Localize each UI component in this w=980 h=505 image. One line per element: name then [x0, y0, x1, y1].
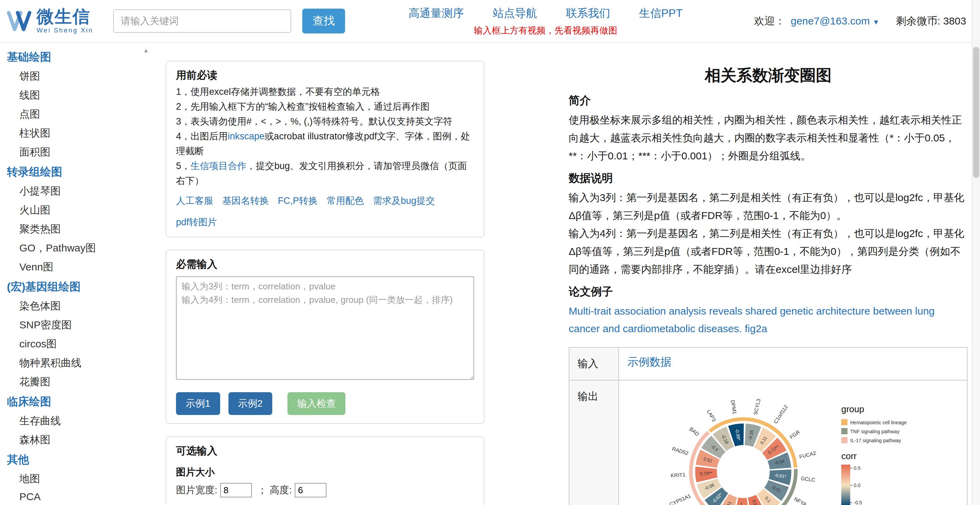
input-panel: 用前必读 1，使用excel存储并调整数据，不要有空的单元格2，先用输入框下方的… — [165, 43, 484, 505]
svg-text:IL-17 signaling pathway: IL-17 signaling pathway — [850, 438, 901, 443]
example1-button[interactable]: 示例1 — [176, 392, 220, 415]
top-nav-link[interactable]: 生信PPT — [639, 6, 682, 21]
sidebar-item[interactable]: SNP密度图 — [6, 316, 143, 335]
paper-heading: 论文例子 — [569, 284, 967, 299]
intro-heading: 简介 — [569, 93, 967, 108]
output-row-label: 输出 — [569, 380, 619, 505]
sidebar-item[interactable]: GO，Pathway图 — [6, 239, 143, 258]
sidebar-item[interactable]: Venn图 — [6, 258, 143, 276]
quick-link[interactable]: FC,P转换 — [278, 195, 318, 207]
search-button[interactable]: 查找 — [302, 9, 345, 33]
top-nav: 高通量测序站点导航联系我们生信PPT 输入框上方有视频，先看视频再做图 — [409, 6, 682, 37]
height-label: 高度: — [270, 484, 292, 497]
scrollbar-thumb[interactable] — [973, 47, 979, 178]
svg-text:TNF signaling pathway: TNF signaling pathway — [850, 429, 899, 434]
credits-value: 3803 — [943, 15, 966, 27]
chevron-down-icon: ▼ — [873, 18, 880, 26]
sidebar-item[interactable]: 小提琴图 — [6, 182, 143, 201]
sidebar-item[interactable]: 线图 — [6, 86, 143, 105]
input-row-label: 输入 — [569, 347, 619, 380]
svg-text:KRIT1: KRIT1 — [670, 472, 685, 478]
sidebar-item[interactable]: 花瓣图 — [6, 373, 143, 392]
sidebar-item[interactable]: 生存曲线 — [6, 411, 143, 430]
svg-text:LAP3: LAP3 — [706, 408, 718, 422]
readme-title: 用前必读 — [176, 68, 474, 83]
readme-inline-link[interactable]: inkscape — [228, 131, 265, 141]
svg-text:FUCA2: FUCA2 — [799, 450, 816, 459]
search-input[interactable] — [113, 9, 291, 33]
main-content: ▲ 基础绘图饼图线图点图柱状图面积图转录组绘图小提琴图火山图聚类热图GO，Pat… — [0, 43, 980, 505]
data-desc-line-2: 输入为4列：第一列是基因名，第二列是相关性（有正有负），也可以是log2fc，甲… — [569, 225, 967, 279]
svg-text:BAD: BAD — [689, 426, 700, 437]
svg-text:corr: corr — [841, 451, 857, 461]
correlation-circle-plot: -0.18-0.89*-0.350.110.72**-0.54-0.61*-0.… — [627, 389, 959, 505]
width-label: 图片宽度: — [176, 484, 217, 497]
optional-input-box: 可选输入 图片大小 图片宽度: ； 高度: colorbar颜色 低颜色:064… — [165, 436, 484, 505]
svg-text:RAD52: RAD52 — [671, 445, 689, 456]
sample-data-link[interactable]: 示例数据 — [627, 356, 671, 368]
example2-button[interactable]: 示例2 — [228, 392, 273, 415]
quick-link[interactable]: 人工客服 — [176, 195, 213, 207]
sidebar-item[interactable]: 地图 — [6, 470, 143, 488]
account-menu[interactable]: gene7@163.com ▼ — [791, 15, 879, 27]
required-input-box: 必需输入 示例1 示例2 输入检查 — [165, 250, 484, 424]
sidebar-section-title: 临床绘图 — [6, 392, 143, 411]
sidebar-scroll-up-icon[interactable]: ▲ — [143, 47, 149, 54]
height-input[interactable] — [295, 483, 326, 497]
sidebar-item[interactable]: 柱状图 — [6, 124, 143, 143]
data-desc-line-1: 输入为3列：第一列是基因名，第二列是相关性（有正有负），也可以是log2fc，甲… — [569, 189, 967, 225]
quick-link[interactable]: 需求及bug提交 — [373, 195, 435, 207]
sidebar-item[interactable]: 面积图 — [6, 143, 143, 162]
sidebar-item[interactable]: circos图 — [6, 335, 143, 354]
svg-text:0.79**: 0.79** — [700, 470, 712, 476]
readme-inline-link[interactable]: 生信项目合作 — [191, 161, 247, 171]
readme-lines: 1，使用excel存储并调整数据，不要有空的单元格2，先用输入框下方的“输入检查… — [176, 84, 474, 188]
optional-input-title: 可选输入 — [176, 444, 474, 458]
header: 微生信 Wei Sheng Xin 查找 高通量测序站点导航联系我们生信PPT … — [0, 0, 980, 43]
separator: ； — [258, 484, 267, 497]
sidebar-item[interactable]: 饼图 — [6, 67, 143, 86]
quick-link[interactable]: 常用配色 — [327, 195, 364, 207]
readme-line: 5，生信项目合作，提交bug、发文引用换积分，请加管理员微信（页面右下） — [176, 159, 474, 188]
sidebar-item[interactable]: 森林图 — [6, 430, 143, 449]
page-scrollbar[interactable] — [972, 0, 980, 505]
sidebar-item[interactable]: PCA — [6, 488, 143, 505]
svg-text:-0.5: -0.5 — [854, 500, 862, 505]
sidebar-item[interactable]: 点图 — [6, 105, 143, 124]
svg-text:CYP51A1: CYP51A1 — [668, 492, 692, 505]
account-email: gene7@163.com — [791, 15, 870, 27]
sidebar-item[interactable]: 火山图 — [6, 201, 143, 220]
top-nav-link[interactable]: 高通量测序 — [409, 6, 464, 21]
svg-text:group: group — [841, 404, 864, 414]
svg-text:GCLC: GCLC — [800, 475, 816, 483]
intro-text: 使用极坐标来展示多组的相关性，内圈为相关性，颜色表示相关性，越红表示相关性正向越… — [569, 111, 967, 165]
sidebar-list: 基础绘图饼图线图点图柱状图面积图转录组绘图小提琴图火山图聚类热图GO，Pathw… — [6, 47, 143, 505]
svg-text:C1orf112: C1orf112 — [772, 403, 789, 424]
sidebar-item[interactable]: 物种累积曲线 — [6, 354, 143, 373]
image-size-row: 图片宽度: ； 高度: — [176, 483, 474, 497]
readme-line: 2，先用输入框下方的“输入检查”按钮检查输入，通过后再作图 — [176, 99, 474, 114]
search-bar: 查找 — [113, 9, 345, 33]
table-row: 输出 -0.18-0.89*-0.350.110.72**-0.54-0.61*… — [569, 380, 967, 505]
top-nav-links: 高通量测序站点导航联系我们生信PPT — [409, 6, 682, 21]
sidebar-item[interactable]: 聚类热图 — [6, 220, 143, 239]
input-check-button[interactable]: 输入检查 — [288, 392, 345, 415]
logo-subtitle: Wei Sheng Xin — [37, 27, 93, 34]
paper-link[interactable]: Multi-trait association analysis reveals… — [569, 302, 967, 337]
output-chart: -0.18-0.89*-0.350.110.72**-0.54-0.61*-0.… — [627, 387, 959, 505]
site-logo[interactable]: 微生信 Wei Sheng Xin — [0, 8, 109, 34]
example-table: 输入 示例数据 输出 -0.18-0.89*-0.350.110.72**-0.… — [569, 347, 967, 505]
top-nav-link[interactable]: 联系我们 — [566, 6, 610, 21]
credits-label: 剩余微币: — [896, 15, 940, 27]
svg-text:0.78**: 0.78** — [739, 502, 745, 505]
quick-link[interactable]: 基因名转换 — [222, 195, 269, 207]
data-input-textarea[interactable] — [176, 276, 474, 380]
width-input[interactable] — [220, 483, 252, 497]
svg-text:DPM1: DPM1 — [730, 399, 738, 414]
sidebar-item[interactable]: 染色体图 — [6, 297, 143, 316]
readme-line: 4，出图后用inkscape或acrobat illustrator修改pdf文… — [176, 129, 474, 159]
quick-link[interactable]: pdf转图片 — [176, 216, 217, 229]
required-input-title: 必需输入 — [176, 257, 474, 272]
data-desc-heading: 数据说明 — [569, 171, 967, 186]
top-nav-link[interactable]: 站点导航 — [493, 6, 537, 21]
